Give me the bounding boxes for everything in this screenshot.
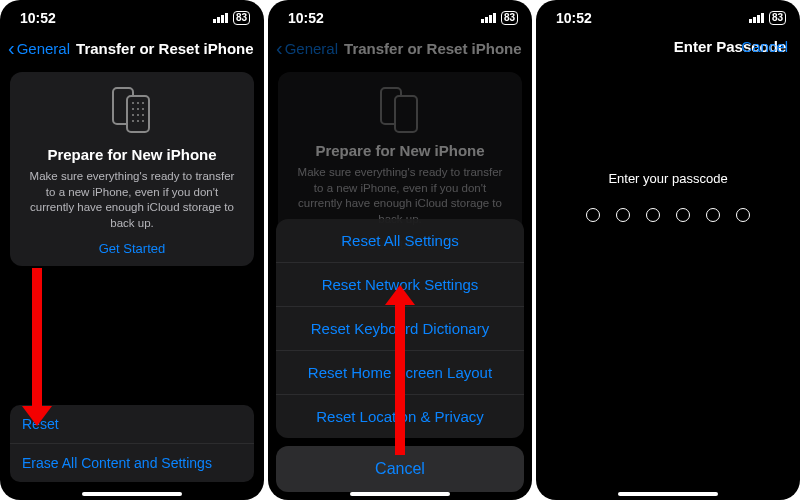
status-bar: 10:52 83 bbox=[536, 0, 800, 36]
card-title: Prepare for New iPhone bbox=[22, 146, 242, 163]
status-bar: 10:52 83 bbox=[0, 0, 264, 36]
svg-point-8 bbox=[142, 102, 144, 104]
passcode-dot bbox=[616, 208, 630, 222]
erase-row[interactable]: Erase All Content and Settings bbox=[10, 444, 254, 482]
card-body: Make sure everything's ready to transfer… bbox=[22, 169, 242, 231]
reset-row[interactable]: Reset bbox=[10, 405, 254, 444]
svg-rect-3 bbox=[225, 13, 228, 23]
signal-icon bbox=[749, 10, 765, 26]
home-indicator[interactable] bbox=[350, 492, 450, 496]
reset-all-settings[interactable]: Reset All Settings bbox=[276, 219, 524, 263]
svg-rect-19 bbox=[395, 96, 417, 132]
page-title: Transfer or Reset iPhone bbox=[76, 40, 254, 57]
two-phones-icon bbox=[111, 86, 153, 138]
reset-home-screen-layout[interactable]: Reset Home Screen Layout bbox=[276, 351, 524, 395]
svg-rect-24 bbox=[749, 19, 752, 23]
prepare-card: Prepare for New iPhone Make sure everyth… bbox=[10, 72, 254, 266]
panel-reset-sheet: ‹ General Transfer or Reset iPhone Prepa… bbox=[268, 0, 532, 500]
svg-point-12 bbox=[132, 114, 134, 116]
reset-location-privacy[interactable]: Reset Location & Privacy bbox=[276, 395, 524, 438]
svg-rect-0 bbox=[213, 19, 216, 23]
svg-rect-20 bbox=[481, 19, 484, 23]
svg-point-6 bbox=[132, 102, 134, 104]
svg-point-14 bbox=[142, 114, 144, 116]
svg-point-17 bbox=[142, 120, 144, 122]
svg-rect-27 bbox=[761, 13, 764, 23]
svg-rect-25 bbox=[753, 17, 756, 23]
cancel-button[interactable]: Cancel bbox=[276, 446, 524, 492]
battery-icon: 83 bbox=[233, 11, 250, 25]
passcode-dots bbox=[536, 208, 800, 222]
svg-rect-1 bbox=[217, 17, 220, 23]
reset-network-settings[interactable]: Reset Network Settings bbox=[276, 263, 524, 307]
battery-icon: 83 bbox=[501, 11, 518, 25]
signal-icon bbox=[213, 10, 229, 26]
svg-rect-22 bbox=[489, 15, 492, 23]
home-indicator[interactable] bbox=[82, 492, 182, 496]
chevron-left-icon[interactable]: ‹ bbox=[8, 38, 15, 58]
svg-point-10 bbox=[137, 108, 139, 110]
passcode-dot bbox=[736, 208, 750, 222]
status-bar: 10:52 83 bbox=[268, 0, 532, 36]
svg-rect-26 bbox=[757, 15, 760, 23]
signal-icon bbox=[481, 10, 497, 26]
passcode-dot bbox=[676, 208, 690, 222]
home-indicator[interactable] bbox=[618, 492, 718, 496]
svg-rect-21 bbox=[485, 17, 488, 23]
panel-enter-passcode: 10:52 83 Enter Passcode Cancel Enter you… bbox=[536, 0, 800, 500]
status-time: 10:52 bbox=[288, 10, 324, 26]
passcode-prompt: Enter your passcode bbox=[536, 171, 800, 186]
svg-point-11 bbox=[142, 108, 144, 110]
svg-rect-18 bbox=[381, 88, 401, 124]
reset-action-sheet: Reset All Settings Reset Network Setting… bbox=[276, 219, 524, 492]
passcode-dot bbox=[706, 208, 720, 222]
panel-transfer-reset: 10:52 83 ‹ General Transfer or Reset iPh… bbox=[0, 0, 264, 500]
svg-point-15 bbox=[132, 120, 134, 122]
svg-rect-2 bbox=[221, 15, 224, 23]
passcode-dot bbox=[646, 208, 660, 222]
nav-bar: ‹ General Transfer or Reset iPhone bbox=[0, 36, 264, 64]
nav-bar: Enter Passcode Cancel bbox=[536, 36, 800, 61]
svg-rect-23 bbox=[493, 13, 496, 23]
back-button[interactable]: General bbox=[17, 40, 70, 57]
passcode-dot bbox=[586, 208, 600, 222]
cancel-button[interactable]: Cancel bbox=[741, 38, 788, 55]
red-arrow-down-icon bbox=[22, 268, 52, 426]
bottom-options: Reset Erase All Content and Settings bbox=[10, 405, 254, 482]
reset-keyboard-dictionary[interactable]: Reset Keyboard Dictionary bbox=[276, 307, 524, 351]
status-time: 10:52 bbox=[556, 10, 592, 26]
get-started-link[interactable]: Get Started bbox=[22, 241, 242, 256]
svg-point-13 bbox=[137, 114, 139, 116]
battery-icon: 83 bbox=[769, 11, 786, 25]
svg-point-9 bbox=[132, 108, 134, 110]
svg-point-16 bbox=[137, 120, 139, 122]
svg-point-7 bbox=[137, 102, 139, 104]
status-time: 10:52 bbox=[20, 10, 56, 26]
